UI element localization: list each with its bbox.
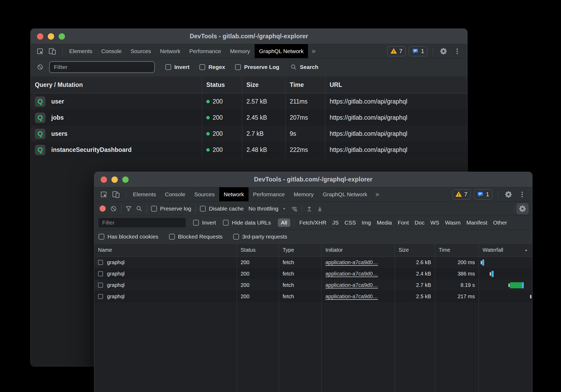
network-toolbar: Preserve log Disable cache No throttling xyxy=(94,202,532,216)
table-row[interactable]: Q user 200 2.57 kB 211ms https://gitlab.… xyxy=(31,94,37,110)
import-har-icon[interactable] xyxy=(304,203,315,214)
initiator-link[interactable]: application-a7ca9d0… xyxy=(325,271,378,277)
third-party-requests-checkbox[interactable] xyxy=(233,234,239,240)
warnings-badge[interactable]: 7 xyxy=(452,189,471,199)
type-filter-fetch-xhr[interactable]: Fetch/XHR xyxy=(299,220,326,226)
hide-data-urls-checkbox[interactable] xyxy=(223,220,229,226)
row-checkbox[interactable] xyxy=(98,283,103,288)
tab-graphql-network[interactable]: GraphQL Network xyxy=(318,187,372,201)
record-button[interactable] xyxy=(100,206,106,212)
type-filter-other[interactable]: Other xyxy=(493,220,507,226)
type-value: fetch xyxy=(279,291,321,302)
preserve-log-checkbox[interactable] xyxy=(151,206,157,212)
regex-checkbox[interactable] xyxy=(199,64,205,70)
device-toolbar-icon[interactable] xyxy=(47,46,58,57)
filter-input[interactable] xyxy=(49,61,155,73)
settings-gear-icon[interactable] xyxy=(503,189,514,200)
blocked-requests-checkbox[interactable] xyxy=(169,234,175,240)
tab-elements[interactable]: Elements xyxy=(128,187,161,201)
close-button[interactable] xyxy=(101,176,107,183)
tab-performance[interactable]: Performance xyxy=(249,187,289,201)
clear-icon[interactable] xyxy=(108,203,119,214)
device-toolbar-icon[interactable] xyxy=(111,189,121,200)
tab-sources[interactable]: Sources xyxy=(126,44,156,58)
type-filter-media[interactable]: Media xyxy=(377,220,392,226)
table-row[interactable]: Q jobs 200 2.45 kB 207ms https://gitlab.… xyxy=(31,110,467,126)
invert-checkbox[interactable] xyxy=(165,64,171,70)
minimize-button[interactable] xyxy=(111,176,118,183)
row-checkbox[interactable] xyxy=(98,271,103,276)
column-type[interactable]: Type xyxy=(279,244,321,256)
window-title: DevTools - gitlab.com/-/graphql-explorer xyxy=(190,33,308,40)
table-row[interactable]: Q instanceSecurityDashboard 200 2.48 kB … xyxy=(31,142,467,158)
disable-cache-checkbox[interactable] xyxy=(200,206,206,212)
request-row[interactable]: graphql 200 fetch application-a7ca9d0… 2… xyxy=(94,291,532,302)
request-row[interactable]: graphql 200 fetch application-a7ca9d0… 2… xyxy=(94,279,101,291)
initiator-link[interactable]: application-a7ca9d0… xyxy=(325,259,378,265)
type-filter-font[interactable]: Font xyxy=(398,220,409,226)
tab-memory[interactable]: Memory xyxy=(289,187,318,201)
row-checkbox[interactable] xyxy=(98,260,103,265)
throttling-dropdown[interactable]: No throttling xyxy=(249,206,286,212)
waterfall-bar xyxy=(522,282,524,288)
table-row[interactable]: Q users 200 2.7 kB 9s https://gitlab.com… xyxy=(31,126,37,142)
search-icon[interactable] xyxy=(134,203,144,214)
kebab-menu-icon[interactable] xyxy=(517,189,527,200)
more-tabs-chevron[interactable]: » xyxy=(372,187,383,201)
filter-input[interactable] xyxy=(99,218,186,227)
invert-checkbox[interactable] xyxy=(193,220,199,226)
inspect-element-icon[interactable] xyxy=(99,189,109,200)
column-waterfall[interactable]: Waterfall xyxy=(479,244,532,256)
kebab-menu-icon[interactable] xyxy=(452,46,462,57)
type-filter-doc[interactable]: Doc xyxy=(415,220,424,226)
row-checkbox[interactable] xyxy=(98,294,103,299)
more-tabs-chevron[interactable]: » xyxy=(308,44,319,58)
divider xyxy=(121,205,121,212)
column-size[interactable]: Size xyxy=(395,244,435,256)
tab-console[interactable]: Console xyxy=(97,44,126,58)
time-value: 9s xyxy=(285,126,325,142)
type-filter-wasm[interactable]: Wasm xyxy=(445,220,461,226)
type-filter-css[interactable]: CSS xyxy=(344,220,356,226)
initiator-link[interactable]: application-a7ca9d0… xyxy=(325,282,378,288)
network-settings-button[interactable] xyxy=(516,203,529,214)
preserve-log-checkbox[interactable] xyxy=(235,64,241,70)
tab-performance[interactable]: Performance xyxy=(185,44,226,58)
type-filter-manifest[interactable]: Manifest xyxy=(466,220,487,226)
search-toggle[interactable]: Search xyxy=(290,64,318,71)
export-har-icon[interactable] xyxy=(315,203,325,214)
type-filter-ws[interactable]: WS xyxy=(430,220,439,226)
column-initiator[interactable]: Initiator xyxy=(321,244,395,256)
network-conditions-icon[interactable] xyxy=(289,203,300,214)
column-time[interactable]: Time xyxy=(435,244,479,256)
has-blocked-cookies-checkbox[interactable] xyxy=(99,234,104,240)
initiator-link[interactable]: application-a7ca9d0… xyxy=(325,293,378,300)
settings-gear-icon[interactable] xyxy=(438,46,449,57)
zoom-button[interactable] xyxy=(59,33,65,40)
type-filter-js[interactable]: JS xyxy=(332,220,339,226)
warnings-badge[interactable]: 7 xyxy=(387,46,406,56)
inspect-element-icon[interactable] xyxy=(35,46,45,57)
issues-badge[interactable]: 1 xyxy=(409,46,427,56)
column-name[interactable]: Name xyxy=(94,244,237,256)
type-filter-img[interactable]: Img xyxy=(362,220,371,226)
minimize-button[interactable] xyxy=(48,33,54,40)
request-row[interactable]: graphql 200 fetch application-a7ca9d0… 2… xyxy=(94,268,532,279)
issues-badge[interactable]: 1 xyxy=(474,189,492,199)
divider xyxy=(126,191,126,198)
close-button[interactable] xyxy=(37,33,43,40)
request-row[interactable]: graphql 200 fetch application-a7ca9d0… 2… xyxy=(94,257,101,268)
tab-network[interactable]: Network xyxy=(156,44,185,58)
filter-funnel-icon[interactable] xyxy=(123,203,134,214)
type-filter-all[interactable]: All xyxy=(278,218,290,227)
tab-sources[interactable]: Sources xyxy=(190,187,219,201)
clear-icon[interactable] xyxy=(35,62,45,72)
tab-network[interactable]: Network xyxy=(219,187,249,201)
zoom-button[interactable] xyxy=(122,176,129,183)
tab-console[interactable]: Console xyxy=(161,187,190,201)
tab-elements[interactable]: Elements xyxy=(65,44,97,58)
column-status[interactable]: Status xyxy=(237,244,279,256)
tab-memory[interactable]: Memory xyxy=(226,44,255,58)
tab-graphql-network[interactable]: GraphQL Network xyxy=(255,44,308,58)
waterfall-cell xyxy=(479,257,479,268)
